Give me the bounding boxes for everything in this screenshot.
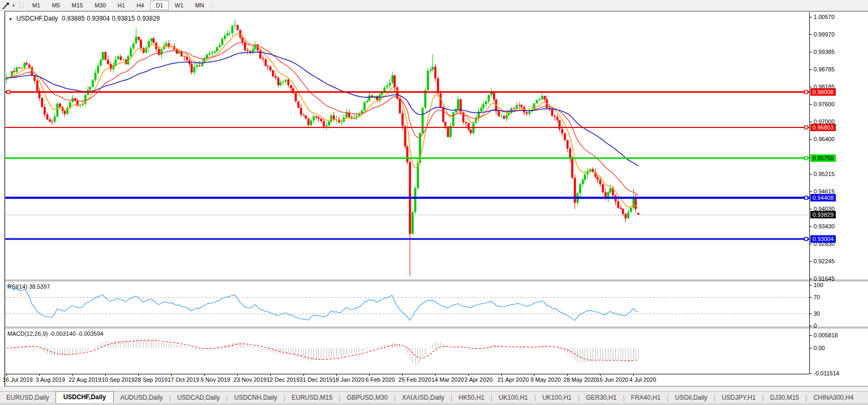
date-label: 16 Jun 2020 bbox=[596, 376, 629, 383]
chart-tab-GER30-H1[interactable]: GER30,H1 bbox=[579, 392, 623, 403]
macd-tick-label: 0.00 bbox=[814, 345, 825, 351]
macd-tick-label: 0.005818 bbox=[814, 332, 838, 338]
crosshair-tool-icon[interactable] bbox=[2, 2, 10, 10]
date-label: 16 Jul 2019 bbox=[3, 376, 33, 383]
rsi-indicator-pane[interactable] bbox=[5, 281, 809, 326]
price-tick-mark bbox=[810, 34, 812, 35]
timeframe-button-H1[interactable]: H1 bbox=[112, 1, 130, 10]
chart-tab-EURUSD-M15[interactable]: EURUSD,M15 bbox=[285, 392, 338, 403]
hline-price-label: 0.95758 bbox=[810, 154, 836, 162]
chart-tab-GBPUSD-M30[interactable]: GBPUSD,M30 bbox=[340, 392, 394, 403]
date-label: 25 Feb 2020 bbox=[399, 376, 431, 383]
chart-tab-USOil-Daily[interactable]: USOil,Daily bbox=[669, 392, 714, 403]
price-tick-label: 0.99385 bbox=[814, 49, 835, 55]
date-label: 28 Sep 2019 bbox=[135, 376, 168, 383]
date-label: 22 Aug 2019 bbox=[69, 376, 101, 383]
date-tick-mark bbox=[105, 374, 106, 376]
price-tick-label: 0.92245 bbox=[814, 258, 835, 264]
price-tick-mark bbox=[810, 52, 812, 52]
price-tick-mark bbox=[810, 87, 812, 87]
timeframe-button-M1[interactable]: M1 bbox=[27, 1, 45, 10]
tabs-holder: EURUSD,DailyUSDCHF,DailyAUDUSD,Daily|USD… bbox=[0, 392, 860, 403]
macd-tick-mark bbox=[810, 335, 812, 336]
chart-tab-FRA40-H1[interactable]: FRA40,H1 bbox=[625, 392, 667, 403]
bid-price-label: 0.93829 bbox=[810, 211, 836, 218]
ohlc-high: 0.93904 bbox=[87, 15, 109, 22]
date-label: 3 Aug 2019 bbox=[35, 376, 65, 383]
macd-indicator-pane[interactable] bbox=[5, 328, 809, 373]
status-strip bbox=[0, 403, 868, 405]
pane-splitter[interactable] bbox=[4, 280, 868, 280]
chart-tab-EURUSD-Daily[interactable]: EURUSD,Daily bbox=[0, 392, 56, 403]
timeframe-button-M30[interactable]: M30 bbox=[89, 1, 111, 10]
hline-price-label: 0.93004 bbox=[810, 235, 836, 243]
date-label: 14 Mar 2020 bbox=[431, 376, 464, 383]
mt4-window: ▼ M1M5M15M30H1H4D1W1MN ▼USDCHF,Daily 0.9… bbox=[0, 0, 868, 405]
date-label: 23 Nov 2019 bbox=[234, 376, 266, 383]
date-tick-mark bbox=[237, 374, 238, 376]
date-label: 9 May 2020 bbox=[530, 376, 560, 383]
timeframe-button-M5[interactable]: M5 bbox=[47, 1, 65, 10]
timeframe-buttons: M1M5M15M30H1H4D1W1MN bbox=[26, 1, 210, 10]
main-price-chart[interactable] bbox=[5, 12, 809, 280]
pane-splitter[interactable] bbox=[4, 327, 868, 327]
chart-tab-UK100-H1[interactable]: UK100,H1 bbox=[536, 392, 578, 403]
chart-tab-XAUUSD-Daily[interactable]: XAUUSD,Daily bbox=[395, 392, 450, 403]
time-axis-line bbox=[5, 374, 809, 374]
date-tick-mark bbox=[567, 374, 568, 376]
tool-dropdown-icon[interactable]: ▼ bbox=[12, 4, 15, 7]
chart-title-bar: ▼USDCHF,Daily 0.938850.939040.938150.938… bbox=[8, 15, 162, 22]
date-tick-mark bbox=[39, 374, 40, 376]
date-tick-mark bbox=[468, 374, 469, 376]
chart-tab-USDCAD-Daily[interactable]: USDCAD,Daily bbox=[171, 392, 226, 403]
ohlc-open: 0.93885 bbox=[62, 15, 85, 22]
price-tick-mark bbox=[810, 17, 812, 17]
date-label: 6 Feb 2020 bbox=[365, 376, 395, 383]
ohlc-close: 0.93829 bbox=[137, 15, 160, 22]
timeframe-button-H4[interactable]: H4 bbox=[131, 1, 149, 10]
date-label: 4 Jul 2020 bbox=[630, 376, 657, 383]
date-label: 12 Dec 2019 bbox=[266, 376, 299, 383]
price-tick-label: 0.98785 bbox=[814, 66, 835, 72]
toolbar-grip[interactable] bbox=[20, 2, 23, 9]
date-tick-mark bbox=[600, 374, 601, 376]
price-tick-label: 0.96400 bbox=[814, 136, 835, 142]
date-tick-mark bbox=[369, 374, 370, 376]
chart-tab-bar: EURUSD,DailyUSDCHF,DailyAUDUSD,Daily|USD… bbox=[0, 391, 868, 403]
price-tick-label: 0.93430 bbox=[814, 223, 835, 229]
chart-tab-USDCHF-Daily[interactable]: USDCHF,Daily bbox=[56, 391, 114, 403]
date-tick-mark bbox=[336, 374, 337, 376]
chart-tab-CHINA300-H4[interactable]: CHINA300,H4 bbox=[807, 392, 860, 403]
price-tick-mark bbox=[810, 261, 812, 262]
hline-price-label: 0.96803 bbox=[810, 124, 836, 131]
date-tick-mark bbox=[435, 374, 436, 376]
date-label: 5 Nov 2019 bbox=[200, 376, 230, 383]
price-tick-mark bbox=[810, 139, 812, 140]
ohlc-low: 0.93815 bbox=[112, 15, 135, 22]
chart-tab-UK100-H1[interactable]: UK100,H1 bbox=[492, 392, 534, 403]
timeframe-button-W1[interactable]: W1 bbox=[170, 1, 189, 10]
timeframe-button-D1[interactable]: D1 bbox=[150, 1, 168, 10]
chart-tab-USDCNH-Daily[interactable]: USDCNH,Daily bbox=[228, 392, 283, 403]
timeframe-button-M15[interactable]: M15 bbox=[67, 1, 88, 10]
chart-tab-DJ30-M15[interactable]: DJ30,M15 bbox=[764, 392, 806, 403]
date-label: 31 Dec 2019 bbox=[300, 376, 333, 383]
chart-tab-USDJPY-H1[interactable]: USDJPY,H1 bbox=[715, 392, 762, 403]
timeframe-button-MN[interactable]: MN bbox=[190, 1, 209, 10]
hline-price-label: 0.94408 bbox=[810, 194, 836, 201]
price-tick-mark bbox=[810, 104, 812, 105]
price-tick-mark bbox=[810, 279, 812, 279]
date-tick-mark bbox=[633, 374, 634, 376]
macd-tick-label: -0.011514 bbox=[814, 370, 839, 376]
rsi-tick-label: 70 bbox=[814, 294, 820, 300]
collapse-triangle-icon[interactable]: ▼ bbox=[8, 17, 13, 22]
price-tick-mark bbox=[810, 244, 812, 244]
price-tick-mark bbox=[810, 174, 812, 174]
price-tick-label: 1.00570 bbox=[814, 14, 835, 20]
chart-tab-AUDUSD-Daily[interactable]: AUDUSD,Daily bbox=[114, 392, 169, 403]
date-tick-mark bbox=[534, 374, 534, 376]
macd-label: MACD(12,26,9) -0.003140 -0.003594 bbox=[7, 330, 104, 337]
rsi-tick-mark bbox=[810, 297, 812, 298]
chart-tab-HK50-H1[interactable]: HK50,H1 bbox=[453, 392, 491, 403]
date-label: 17 Oct 2019 bbox=[168, 376, 199, 383]
